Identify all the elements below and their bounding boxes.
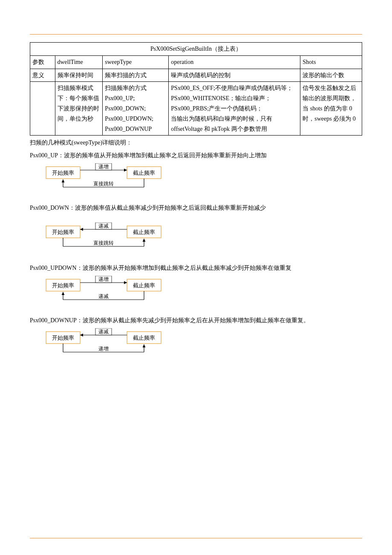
diagram-increase-label: 递增 [98,276,109,282]
diagram-updown-svg: 开始频率 截止频率 递增 递减 [42,276,170,307]
diagram-up: 开始频率 截止频率 递增 直接跳转 [42,163,362,197]
table-cell: 噪声或伪随机码的控制 [169,69,300,82]
table-cell: 扫描频率模式下：每个频率值下波形保持的时间，单位为秒 [55,82,103,136]
diagram-downup: 开始频率 截止频率 递减 递增 [42,328,362,361]
table-cell: 频率扫描的方式 [103,69,169,82]
table-cell-empty [30,82,55,136]
table-header-cell: operation [169,55,300,69]
table-header-cell: sweepType [103,55,169,69]
top-rule [30,34,362,35]
diagram-end-freq: 截止频率 [133,170,155,176]
mode-downup-desc: 波形的频率从截止频率先减少到开始频率之后在从开始频率增加到截止频率在做重复。 [83,317,309,324]
diagram-downup-svg: 开始频率 截止频率 递减 递增 [42,328,170,360]
mode-up-label: Psx000_UP： [30,152,64,159]
table-header-row: 参数 dwellTime sweepType operation Shots [30,55,362,69]
table-title: PsX000SetSigGenBuiltIn（接上表） [30,43,362,56]
diagram-updown: 开始频率 截止频率 递增 递减 [42,276,362,309]
bottom-rule [30,538,362,538]
mode-up-desc: 波形的频率值从开始频率增加到截止频率之后返回开始频率重新开始向上增加 [64,152,267,159]
mode-up-line: Psx000_UP：波形的频率值从开始频率增加到截止频率之后返回开始频率重新开始… [30,150,362,161]
diagram-down-svg: 开始频率 截止频率 递减 直接跳转 [42,223,170,254]
table-header-cell: 参数 [30,55,55,69]
diagram-start-freq: 开始频率 [52,335,74,341]
bottom-whitespace [30,367,362,538]
diagram-up-svg: 开始频率 截止频率 递增 直接跳转 [42,163,170,195]
diagram-end-freq: 截止频率 [133,229,155,235]
mode-updown-desc: 波形的频率从开始频率增加到截止频率之后从截止频率减少到开始频率在做重复 [83,265,291,271]
diagram-end-freq: 截止频率 [133,335,155,341]
table-cell: 波形的输出个数 [300,69,362,82]
mode-down-line: Psx000_DOWN：波形的频率值从截止频率减少到开始频率之后返回截止频率重新… [30,202,362,213]
diagram-jump-label: 直接跳转 [93,181,114,187]
diagram-jump-label: 直接跳转 [93,240,114,246]
mode-downup-label: Psx000_DOWNUP： [30,317,83,324]
mode-updown-label: Psx000_UPDOWN： [30,265,83,271]
diagram-start-freq: 开始频率 [52,229,74,235]
mode-down-desc: 波形的频率值从截止频率减少到开始频率之后返回截止频率重新开始减少 [75,205,266,211]
table-meaning-row: 意义 频率保持时间 频率扫描的方式 噪声或伪随机码的控制 波形的输出个数 [30,69,362,82]
diagram-start-freq: 开始频率 [52,282,74,289]
table-cell: 频率保持时间 [55,69,103,82]
diagram-down: 开始频率 截止频率 递减 直接跳转 [42,223,362,256]
sweep-type-intro: 扫频的几种模式(sweepType)详细说明： [30,137,362,148]
table-cell: 信号发生器触发之后输出的波形周期数，当 shots 的值为非 0 时，sweep… [300,82,362,136]
table-header-cell: Shots [300,55,362,69]
param-table: PsX000SetSigGenBuiltIn（接上表） 参数 dwellTime… [30,42,362,136]
diagram-end-freq: 截止频率 [133,282,155,289]
table-title-row: PsX000SetSigGenBuiltIn（接上表） [30,43,362,56]
table-detail-row: 扫描频率模式下：每个频率值下波形保持的时间，单位为秒 扫描频率的方式 Psx00… [30,82,362,136]
mode-down-label: Psx000_DOWN： [30,205,75,211]
page: PsX000SetSigGenBuiltIn（接上表） 参数 dwellTime… [0,0,392,555]
table-cell: PSx000_ES_OFF;不使用白噪声或伪随机码等； PSx000_WHITE… [169,82,300,136]
table-header-cell: dwellTime [55,55,103,69]
table-cell: 扫描频率的方式 Psx000_UP; Psx000_DOWN; Psx000_U… [103,82,169,136]
diagram-increase-label: 递增 [98,164,109,170]
mode-downup-line: Psx000_DOWNUP：波形的频率从截止频率先减少到开始频率之后在从开始频率… [30,315,362,326]
diagram-decrease-label: 递减 [98,293,109,299]
diagram-decrease-label: 递减 [98,223,109,229]
diagram-start-freq: 开始频率 [52,170,74,176]
table-meaning-label: 意义 [30,69,55,82]
mode-updown-line: Psx000_UPDOWN：波形的频率从开始频率增加到截止频率之后从截止频率减少… [30,263,362,273]
diagram-increase-label: 递增 [98,346,109,352]
diagram-decrease-label: 递减 [98,329,109,335]
